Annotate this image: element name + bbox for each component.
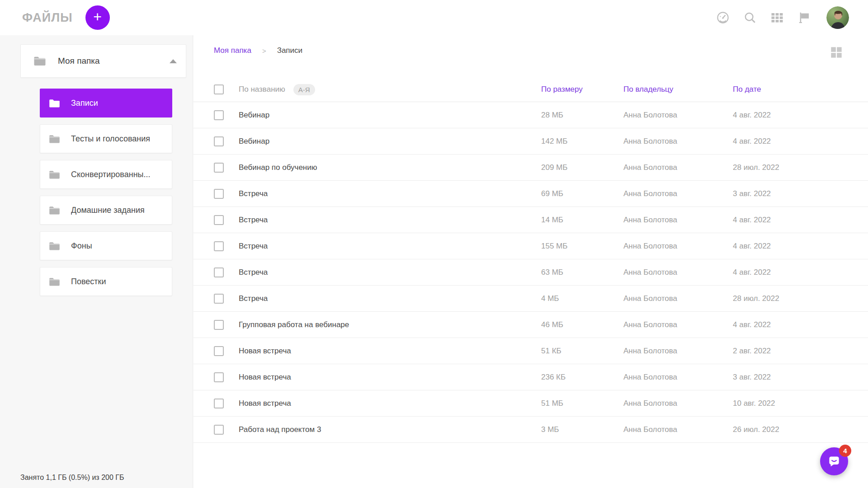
alphabetical-sort-badge[interactable]: А-Я (293, 84, 315, 95)
folder-icon (48, 97, 61, 109)
file-owner: Анна Болотова (623, 189, 733, 198)
table-row[interactable]: Встреча 14 МБ Анна Болотова 4 авг. 2022 (193, 207, 868, 233)
file-date: 3 авг. 2022 (733, 373, 868, 382)
row-checkbox[interactable] (214, 346, 224, 356)
sidebar-folder-item[interactable]: Домашние задания (40, 196, 172, 225)
file-name[interactable]: Встреча (239, 216, 541, 225)
file-date: 28 июл. 2022 (733, 163, 868, 172)
grid-view-toggle-icon[interactable] (830, 46, 843, 59)
file-size: 28 МБ (541, 111, 623, 120)
sort-by-date-header[interactable]: По дате (733, 85, 868, 94)
file-name[interactable]: Вебинар по обучению (239, 163, 541, 172)
file-date: 4 авг. 2022 (733, 216, 868, 225)
breadcrumb-parent-link[interactable]: Моя папка (214, 46, 251, 55)
file-name[interactable]: Вебинар (239, 137, 541, 146)
folder-select-dropdown[interactable]: Моя папка (20, 44, 186, 78)
table-row[interactable]: Вебинар 28 МБ Анна Болотова 4 авг. 2022 (193, 102, 868, 128)
file-size: 69 МБ (541, 189, 623, 198)
row-checkbox[interactable] (214, 320, 224, 330)
chevron-right-icon: > (262, 47, 266, 55)
file-size: 51 МБ (541, 399, 623, 408)
gauge-icon[interactable] (715, 10, 731, 25)
sort-by-owner-header[interactable]: По владельцу (623, 85, 733, 94)
row-checkbox[interactable] (214, 267, 224, 277)
row-checkbox[interactable] (214, 241, 224, 251)
file-name[interactable]: Работа над проектом 3 (239, 425, 541, 434)
search-icon[interactable] (742, 10, 758, 25)
file-size: 142 МБ (541, 137, 623, 146)
file-owner: Анна Болотова (623, 320, 733, 329)
avatar[interactable] (826, 6, 849, 29)
file-name[interactable]: Вебинар (239, 111, 541, 120)
table-row[interactable]: Встреча 155 МБ Анна Болотова 4 авг. 2022 (193, 233, 868, 259)
row-checkbox[interactable] (214, 189, 224, 199)
row-checkbox[interactable] (214, 372, 224, 382)
table-row[interactable]: Новая встреча 51 КБ Анна Болотова 2 авг.… (193, 338, 868, 364)
app-title: ФАЙЛЫ (22, 11, 73, 25)
chat-unread-badge: 4 (839, 445, 851, 457)
file-owner: Анна Болотова (623, 425, 733, 434)
sidebar-folder-label: Тесты и голосования (71, 134, 150, 144)
sidebar-folder-item[interactable]: Фоны (40, 231, 172, 260)
file-size: 46 МБ (541, 320, 623, 329)
sidebar-folder-item[interactable]: Повестки (40, 267, 172, 296)
table-row[interactable]: Встреча 69 МБ Анна Болотова 3 авг. 2022 (193, 181, 868, 207)
storage-info: Занято 1,1 ГБ (0.5%) из 200 ГБ (20, 474, 124, 482)
row-checkbox[interactable] (214, 136, 224, 146)
file-name[interactable]: Новая встреча (239, 399, 541, 408)
folder-icon (48, 276, 61, 288)
sort-by-name-header: По названию А-Я (239, 84, 541, 95)
row-checkbox[interactable] (214, 425, 224, 435)
sidebar-folder-item[interactable]: Сконвертированны... (40, 160, 172, 189)
table-row[interactable]: Встреча 63 МБ Анна Болотова 4 авг. 2022 (193, 259, 868, 286)
file-owner: Анна Болотова (623, 242, 733, 251)
row-checkbox[interactable] (214, 110, 224, 120)
file-owner: Анна Болотова (623, 216, 733, 225)
folder-icon (33, 54, 47, 68)
table-row[interactable]: Работа над проектом 3 3 МБ Анна Болотова… (193, 417, 868, 443)
file-size: 155 МБ (541, 242, 623, 251)
sort-by-name-label[interactable]: По названию (239, 85, 285, 94)
file-name[interactable]: Встреча (239, 189, 541, 198)
sidebar: Моя папка Записи Тесты и голосования Ско… (0, 35, 193, 488)
file-date: 28 июл. 2022 (733, 294, 868, 303)
row-checkbox[interactable] (214, 399, 224, 408)
sidebar-folder-list: Записи Тесты и голосования Сконвертирова… (40, 82, 172, 296)
sidebar-folder-label: Сконвертированны... (71, 170, 151, 179)
table-row[interactable]: Новая встреча 51 МБ Анна Болотова 10 авг… (193, 390, 868, 417)
folder-icon (48, 240, 61, 252)
file-name[interactable]: Новая встреча (239, 373, 541, 382)
file-date: 10 авг. 2022 (733, 399, 868, 408)
flag-icon[interactable] (797, 10, 812, 25)
sort-by-size-header[interactable]: По размеру (541, 85, 623, 94)
chat-launcher-button[interactable]: 4 (820, 447, 848, 475)
file-name[interactable]: Групповая работа на вебинаре (239, 320, 541, 329)
file-date: 4 авг. 2022 (733, 268, 868, 277)
table-row[interactable]: Вебинар по обучению 209 МБ Анна Болотова… (193, 155, 868, 181)
table-row[interactable]: Встреча 4 МБ Анна Болотова 28 июл. 2022 (193, 286, 868, 312)
table-row[interactable]: Вебинар 142 МБ Анна Болотова 4 авг. 2022 (193, 128, 868, 155)
file-size: 3 МБ (541, 425, 623, 434)
table-row[interactable]: Новая встреча 236 КБ Анна Болотова 3 авг… (193, 364, 868, 390)
file-owner: Анна Болотова (623, 163, 733, 172)
add-file-button[interactable]: + (85, 5, 110, 30)
file-size: 14 МБ (541, 216, 623, 225)
file-name[interactable]: Встреча (239, 268, 541, 277)
row-checkbox[interactable] (214, 294, 224, 304)
file-name[interactable]: Новая встреча (239, 347, 541, 356)
file-owner: Анна Болотова (623, 268, 733, 277)
file-date: 3 авг. 2022 (733, 189, 868, 198)
sidebar-folder-item[interactable]: Тесты и голосования (40, 124, 172, 153)
row-checkbox[interactable] (214, 215, 224, 225)
table-row[interactable]: Групповая работа на вебинаре 46 МБ Анна … (193, 312, 868, 338)
select-all-checkbox[interactable] (214, 84, 224, 94)
file-size: 4 МБ (541, 294, 623, 303)
row-checkbox[interactable] (214, 163, 224, 173)
file-size: 209 МБ (541, 163, 623, 172)
sidebar-folder-item[interactable]: Записи (40, 89, 172, 117)
apps-grid-icon[interactable] (769, 10, 785, 25)
file-name[interactable]: Встреча (239, 294, 541, 303)
file-table-body: Вебинар 28 МБ Анна Болотова 4 авг. 2022 … (193, 102, 868, 443)
file-name[interactable]: Встреча (239, 242, 541, 251)
file-date: 2 авг. 2022 (733, 347, 868, 356)
